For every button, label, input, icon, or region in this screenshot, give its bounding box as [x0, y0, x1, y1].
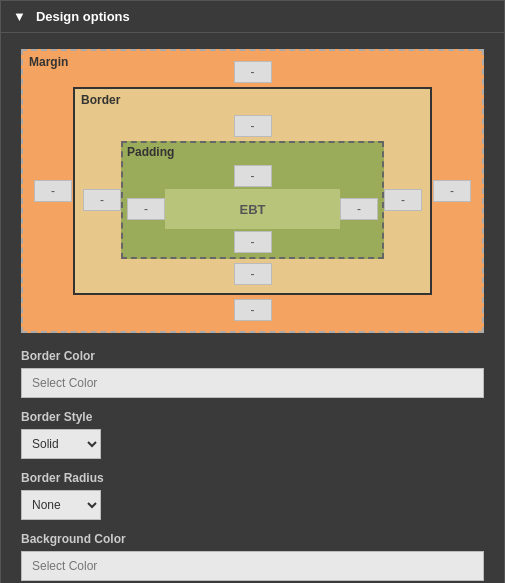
margin-left-side: -	[33, 87, 73, 295]
background-color-group: Background Color	[21, 532, 484, 581]
padding-area: Padding - - EBT	[121, 141, 384, 259]
border-style-label: Border Style	[21, 410, 484, 424]
border-top-input[interactable]: -	[234, 115, 272, 137]
border-left-input[interactable]: -	[83, 189, 121, 211]
margin-top-input[interactable]: -	[234, 61, 272, 83]
panel-title: Design options	[36, 9, 130, 24]
margin-label: Margin	[29, 55, 68, 69]
border-bottom-input[interactable]: -	[234, 263, 272, 285]
border-color-group: Border Color	[21, 349, 484, 398]
border-left-side: -	[83, 141, 121, 259]
padding-middle-row: - EBT -	[127, 189, 378, 229]
margin-right-input[interactable]: -	[433, 180, 471, 202]
border-radius-group: Border Radius None Small Medium Large Ro…	[21, 471, 484, 520]
margin-bottom-row: -	[33, 299, 472, 321]
border-style-select[interactable]: Solid Dashed Dotted Double None	[21, 429, 101, 459]
panel-header: ▼ Design options	[1, 1, 504, 33]
panel-content: Margin - - Border -	[1, 33, 504, 583]
margin-right-side: -	[432, 87, 472, 295]
border-color-label: Border Color	[21, 349, 484, 363]
padding-left-input[interactable]: -	[127, 198, 165, 220]
border-middle-row: - Padding - -	[83, 141, 422, 259]
margin-bottom-input[interactable]: -	[234, 299, 272, 321]
box-model-diagram: Margin - - Border -	[21, 49, 484, 333]
padding-right-input[interactable]: -	[340, 198, 378, 220]
margin-left-input[interactable]: -	[34, 180, 72, 202]
margin-middle-row: - Border - -	[33, 87, 472, 295]
margin-top-row: -	[33, 61, 472, 83]
content-box: EBT	[165, 189, 340, 229]
background-color-input[interactable]	[21, 551, 484, 581]
padding-bottom-row: -	[127, 231, 378, 253]
background-color-label: Background Color	[21, 532, 484, 546]
border-radius-select[interactable]: None Small Medium Large Round	[21, 490, 101, 520]
design-options-panel: ▼ Design options Margin - - Border -	[0, 0, 505, 583]
border-bottom-row: -	[83, 263, 422, 285]
collapse-triangle[interactable]: ▼	[13, 9, 26, 24]
padding-bottom-input[interactable]: -	[234, 231, 272, 253]
padding-label: Padding	[127, 145, 174, 159]
border-radius-label: Border Radius	[21, 471, 484, 485]
border-area: Border - - Padding	[73, 87, 432, 295]
border-color-input[interactable]	[21, 368, 484, 398]
padding-right-side: -	[340, 198, 378, 220]
border-top-row: -	[83, 115, 422, 137]
padding-top-row: -	[127, 165, 378, 187]
border-label: Border	[81, 93, 120, 107]
padding-top-input[interactable]: -	[234, 165, 272, 187]
padding-left-side: -	[127, 198, 165, 220]
border-right-input[interactable]: -	[384, 189, 422, 211]
border-style-group: Border Style Solid Dashed Dotted Double …	[21, 410, 484, 459]
border-right-side: -	[384, 141, 422, 259]
